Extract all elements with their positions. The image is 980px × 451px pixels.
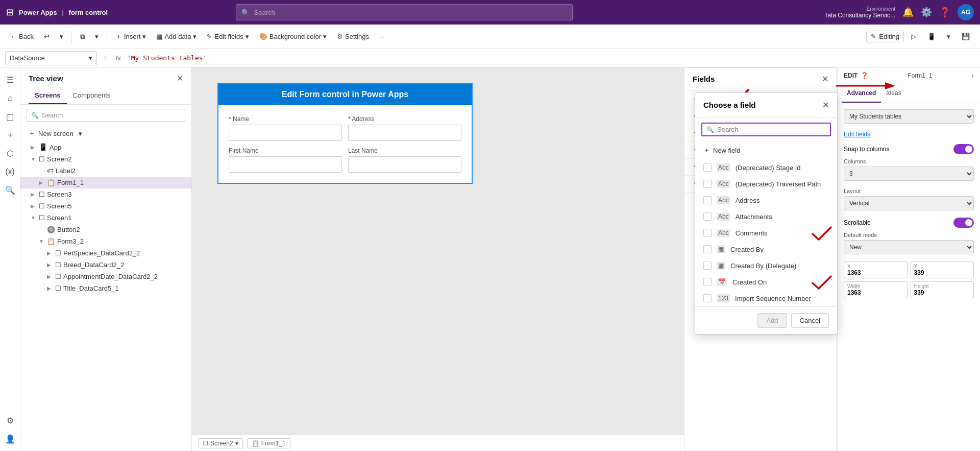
close-modal-button[interactable]: ✕ [822,100,829,110]
device-view-button[interactable]: 📱 [923,31,940,42]
new-field-button[interactable]: ＋ New field [695,141,837,159]
tab-ideas[interactable]: Ideas [881,84,906,103]
datasource-selector[interactable]: DataSource ▾ [5,51,97,65]
checkbox-comments[interactable] [703,229,712,237]
tab-components[interactable]: Components [67,87,117,104]
modal-field-comments[interactable]: Abc Comments [695,225,837,241]
expand-right-button[interactable]: › [971,72,974,80]
modal-field-deprecated-traversed[interactable]: Abc (Deprecated) Traversed Path [695,176,837,192]
close-tree-button[interactable]: ✕ [177,74,183,83]
tree-item-form3-2[interactable]: ▼ 📋 Form3_2 [20,235,191,247]
lastname-input[interactable] [348,156,461,173]
default-mode-select[interactable]: New [844,240,974,254]
arrow-petspecies-icon: ▶ [47,250,53,256]
columns-select[interactable]: 3 [844,167,974,181]
tree-item-app[interactable]: ▶ 📱 App [20,141,191,153]
undo-button[interactable]: ↩ [40,31,54,42]
cancel-button[interactable]: Cancel [791,313,829,328]
app-icon: 📱 [39,143,47,151]
back-button[interactable]: ← Back [6,31,38,42]
canvas-form: * Name * Address First Name Last Name [218,105,472,183]
tab-advanced[interactable]: Advanced [842,84,881,103]
form1-tag[interactable]: 📋 Form1_1 [247,438,290,448]
checkbox-attachments[interactable] [703,212,712,221]
modal-search-input[interactable] [717,126,826,133]
tree-item-button2[interactable]: 🔘 Button2 [20,224,191,235]
checkbox-created-by-delegate[interactable] [703,262,712,270]
help-icon[interactable]: ❓ [939,7,950,18]
close-fields-button[interactable]: ✕ [822,74,828,84]
tree-search-icon: 🔍 [31,112,39,119]
edit-fields-button[interactable]: ✎ Edit fields ▾ [203,31,253,42]
add-data-button[interactable]: ▦ Add data ▾ [152,31,201,42]
modal-field-deprecated-stage[interactable]: Abc (Deprecated) Stage Id [695,159,837,176]
arrow-screen1-icon: ▼ [31,215,37,221]
edit-fields-link[interactable]: Edit fields [844,131,870,138]
preview-button[interactable]: ▷ [907,31,920,42]
editing-badge[interactable]: ✎ Editing [866,31,904,42]
scrollable-toggle[interactable] [953,218,974,228]
tree-item-form1-1[interactable]: ▶ 📋 Form1_1 [20,177,191,188]
add-button[interactable]: Add [757,313,787,328]
variable-icon[interactable]: (x) [2,163,18,180]
tree-item-screen2[interactable]: ▼ ☐ Screen2 [20,153,191,165]
layers-icon[interactable]: ◫ [2,108,18,125]
settings-button[interactable]: ⚙ Settings [333,31,373,42]
modal-field-created-by[interactable]: ▦ Created By [695,241,837,257]
tree-item-screen1[interactable]: ▼ ☐ Screen1 [20,212,191,224]
modal-field-created-on[interactable]: 📅 Created On [695,274,837,290]
formula-input[interactable] [127,54,975,62]
checkbox-address[interactable] [703,196,712,204]
tree-item-title-datacard[interactable]: ▶ ☐ Title_DataCard5_1 [20,282,191,294]
checkbox-deprecated-traversed[interactable] [703,180,712,188]
apps-grid-icon[interactable]: ⊞ [6,7,14,18]
modal-field-import-seq[interactable]: 123 Import Sequence Number [695,290,837,306]
hamburger-icon[interactable]: ☰ [2,72,18,88]
tree-item-appointmentdate[interactable]: ▶ ☐ AppointmentDate_DataCard2_2 [20,271,191,282]
tree-item-screen5[interactable]: ▶ ☐ Screen5 [20,200,191,212]
address-input[interactable] [348,125,461,141]
global-search[interactable]: 🔍 Search [236,4,573,20]
layout-select[interactable]: Vertical [844,196,974,210]
search-icon-left[interactable]: 🔍 [2,182,18,198]
main-toolbar: ← Back ↩ ▾ ⧉ ▾ ＋ Insert ▾ ▦ Add data ▾ ✎… [0,25,980,49]
checkbox-deprecated-stage[interactable] [703,163,712,172]
tree-item-breed[interactable]: ▶ ☐ Breed_DataCard2_2 [20,259,191,271]
name-input[interactable] [229,125,342,141]
settings-icon-left[interactable]: ⚙ [2,412,18,429]
tree-item-label2[interactable]: 🏷 Label2 [20,165,191,177]
undo-dropdown[interactable]: ▾ [56,31,67,42]
new-screen-button[interactable]: ＋ New screen ▾ [20,126,191,141]
copy-dropdown[interactable]: ▾ [91,31,103,42]
notification-icon[interactable]: 🔔 [902,7,914,18]
data-icon[interactable]: ⬡ [2,145,18,161]
tree-item-petspecies[interactable]: ▶ ☐ PetSpecies_DataCard2_2 [20,247,191,259]
more-options-button[interactable]: ··· [375,31,389,42]
save-button[interactable]: 💾 [958,31,974,42]
checkbox-created-by[interactable] [703,245,712,253]
modal-field-created-by-delegate[interactable]: ▦ Created By (Delegate) [695,257,837,274]
screen2-tag[interactable]: ☐ Screen2 ▾ [198,438,243,448]
background-color-button[interactable]: 🎨 Background color ▾ [255,31,331,42]
modal-search-bar[interactable]: 🔍 [701,123,831,136]
checkbox-import-seq[interactable] [703,294,712,302]
user-avatar[interactable]: AG [958,4,974,20]
insert-icon[interactable]: ＋ [2,127,18,143]
user-icon-left[interactable]: 👤 [2,431,18,447]
tree-item-screen3[interactable]: ▶ ☐ Screen3 [20,188,191,200]
datasource-select[interactable]: My Students tables [844,109,974,124]
help-right-icon[interactable]: ❓ [861,72,868,79]
settings-icon[interactable]: ⚙️ [921,7,932,18]
modal-field-attachments[interactable]: Abc Attachments [695,208,837,225]
firstname-input[interactable] [229,156,342,173]
checkbox-created-on[interactable] [703,278,712,286]
snap-toggle[interactable] [953,144,974,154]
modal-field-address[interactable]: Abc Address [695,192,837,208]
screen1-icon: ☐ [39,214,45,222]
home-icon[interactable]: ⌂ [2,90,18,106]
insert-button[interactable]: ＋ Insert ▾ [111,30,151,43]
tree-search-bar[interactable]: 🔍 Search [27,109,185,122]
copy-button[interactable]: ⧉ [76,31,89,43]
device-dropdown[interactable]: ▾ [943,31,954,42]
tab-screens[interactable]: Screens [29,87,67,104]
